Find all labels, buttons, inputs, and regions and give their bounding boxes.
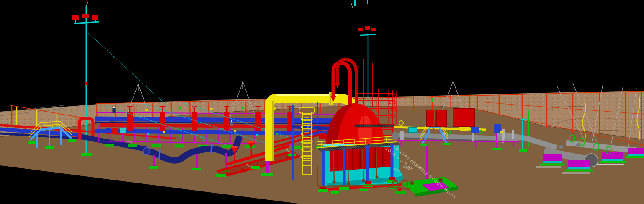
blue-unit <box>471 127 479 133</box>
base-pad <box>81 153 92 156</box>
handwheel <box>145 109 148 111</box>
floodlight <box>365 26 370 30</box>
fence-marker-green <box>432 98 433 102</box>
junction-box-red <box>112 128 118 133</box>
cyan-box <box>409 127 417 133</box>
floodlight <box>358 28 363 31</box>
floodlight <box>371 28 376 31</box>
floodlight <box>72 15 79 20</box>
blue-box <box>494 124 501 133</box>
junction-box-blue <box>106 128 111 133</box>
floodlight <box>82 14 89 18</box>
pipe-flange <box>143 148 150 155</box>
pipe-flange <box>159 150 160 159</box>
junction-box-cyan <box>120 128 126 133</box>
pipe-flange <box>211 144 212 153</box>
handwheel <box>210 108 213 110</box>
vessel-nozzle <box>319 134 327 139</box>
model-viewport[interactable]: 1D/1345 PHOMBLE SCROW ML-3S JDS5 4.5'3.4… <box>0 0 644 204</box>
pipe-flange <box>400 131 404 140</box>
floodlight <box>92 15 98 20</box>
blue-header <box>95 131 331 133</box>
handwheel <box>179 107 181 110</box>
handwheel <box>242 107 244 109</box>
